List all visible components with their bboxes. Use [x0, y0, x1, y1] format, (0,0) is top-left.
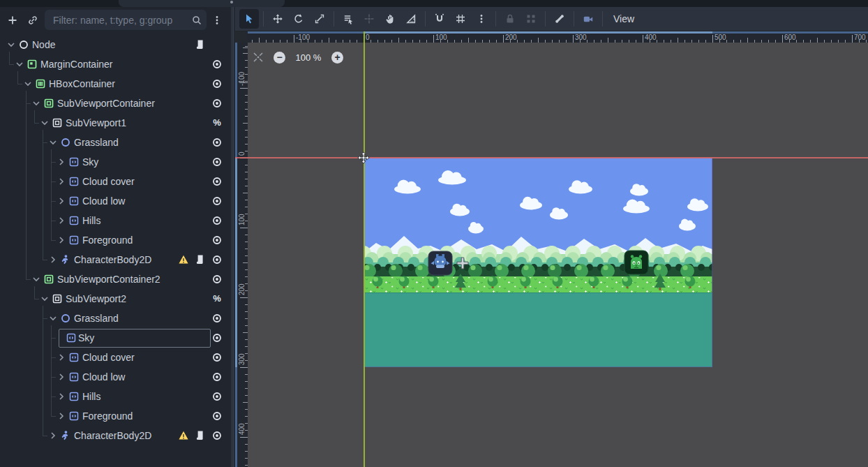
tree-row-grassland[interactable]: Grassland	[0, 309, 230, 328]
tree-row-hills[interactable]: Hills	[0, 211, 230, 230]
ruler-tool[interactable]	[401, 9, 421, 29]
node-position-gizmo[interactable]	[456, 257, 469, 269]
expand-arrow-icon[interactable]	[56, 391, 67, 402]
dock-splitter[interactable]	[230, 7, 235, 467]
tree-row-sky[interactable]: Sky	[0, 328, 230, 348]
expand-arrow-icon[interactable]	[56, 156, 67, 168]
scale-tool[interactable]	[310, 9, 329, 29]
collapse-arrow-icon[interactable]	[47, 137, 59, 148]
zoom-out-button[interactable]: −	[274, 52, 285, 64]
filter-input[interactable]	[45, 15, 191, 26]
visibility-eye-icon[interactable]	[211, 430, 223, 441]
horizontal-ruler[interactable]: -1000100200300400500600700	[248, 31, 868, 43]
tree-row-margincontainer[interactable]: MarginContainer	[0, 54, 230, 74]
tree-row-cloud-cover[interactable]: Cloud cover	[0, 172, 230, 191]
skeleton-menu[interactable]	[550, 9, 569, 29]
tree-menu-button[interactable]	[209, 11, 225, 29]
visibility-eye-icon[interactable]	[211, 195, 223, 207]
smart-snap-toggle[interactable]	[430, 9, 449, 29]
zoom-level[interactable]: 100 %	[285, 52, 331, 63]
expand-arrow-icon[interactable]	[56, 235, 67, 246]
camera-override-button[interactable]	[578, 9, 598, 29]
center-view-icon[interactable]	[253, 52, 264, 63]
collapse-arrow-icon[interactable]	[39, 117, 50, 128]
tree-row-cloud-low[interactable]: Cloud low	[0, 367, 230, 387]
collapse-arrow-icon[interactable]	[39, 293, 50, 304]
tree-row-foreground[interactable]: Foreground	[0, 406, 230, 426]
expand-arrow-icon[interactable]	[56, 371, 67, 383]
expand-arrow-icon[interactable]	[56, 410, 67, 422]
expand-arrow-icon[interactable]	[56, 352, 67, 363]
ruler-corner	[235, 31, 248, 43]
select-tool[interactable]	[239, 9, 259, 29]
visibility-eye-icon[interactable]	[211, 98, 223, 109]
vertical-ruler[interactable]: -1000100200300400	[235, 43, 248, 467]
tree-row-subviewport1[interactable]: SubViewport1%	[0, 113, 230, 133]
node-name-label: SubViewportContainer	[57, 94, 155, 113]
rotate-tool[interactable]	[289, 9, 308, 29]
parallax-icon	[68, 391, 80, 402]
visibility-eye-icon[interactable]	[211, 391, 223, 402]
zoom-in-button[interactable]: +	[331, 52, 343, 64]
filter-field[interactable]	[45, 10, 207, 30]
collapse-arrow-icon[interactable]	[31, 274, 42, 285]
visibility-eye-icon[interactable]	[211, 235, 223, 246]
visibility-eye-icon[interactable]	[211, 410, 223, 422]
tree-row-sky[interactable]: Sky	[0, 152, 230, 172]
visibility-eye-icon[interactable]	[211, 274, 223, 285]
expand-arrow-icon[interactable]	[56, 215, 67, 226]
collapse-arrow-icon[interactable]	[22, 78, 33, 89]
view-menu[interactable]: View	[606, 9, 641, 29]
visibility-eye-icon[interactable]	[211, 156, 223, 168]
collapse-arrow-icon[interactable]	[47, 313, 59, 324]
script-icon[interactable]	[195, 39, 206, 50]
expand-arrow-icon[interactable]	[56, 195, 67, 207]
2d-viewport-canvas[interactable]: − 100 % +	[248, 43, 868, 467]
tree-row-characterbody2d[interactable]: CharacterBody2D	[0, 426, 230, 445]
collapse-arrow-icon[interactable]	[31, 98, 42, 109]
expand-arrow-icon[interactable]	[47, 430, 59, 441]
warning-icon[interactable]	[178, 254, 189, 265]
warning-icon[interactable]	[178, 430, 189, 441]
collapse-arrow-icon[interactable]	[6, 39, 17, 50]
visibility-eye-icon[interactable]	[211, 352, 223, 363]
expand-arrow-icon[interactable]	[56, 176, 67, 187]
pan-tool[interactable]	[380, 9, 400, 29]
unique-name-percent-badge[interactable]: %	[211, 293, 223, 304]
tree-row-foreground[interactable]: Foreground	[0, 230, 230, 250]
move-tool[interactable]	[268, 9, 287, 29]
list-select-tool[interactable]	[338, 9, 358, 29]
collapse-arrow-icon[interactable]	[14, 59, 25, 70]
visibility-eye-icon[interactable]	[211, 215, 223, 226]
visibility-eye-icon[interactable]	[211, 78, 223, 89]
tree-row-characterbody2d[interactable]: CharacterBody2D	[0, 250, 230, 269]
pivot-tool[interactable]	[359, 9, 379, 29]
tree-row-hboxcontainer[interactable]: HBoxContainer	[0, 74, 230, 94]
add-node-button[interactable]	[3, 11, 22, 29]
tree-row-grassland[interactable]: Grassland	[0, 133, 230, 152]
tree-row-node[interactable]: Node	[0, 35, 230, 54]
script-icon[interactable]	[195, 430, 206, 441]
lock-button[interactable]	[500, 9, 520, 29]
tree-row-subviewport2[interactable]: SubViewport2%	[0, 289, 230, 309]
visibility-eye-icon[interactable]	[211, 371, 223, 383]
visibility-eye-icon[interactable]	[211, 59, 223, 70]
group-button[interactable]	[521, 9, 541, 29]
tree-row-subviewportcontainer[interactable]: SubViewportContainer	[0, 94, 230, 113]
tree-row-cloud-low[interactable]: Cloud low	[0, 191, 230, 211]
snap-options-menu[interactable]	[472, 9, 491, 29]
unique-name-percent-badge[interactable]: %	[211, 117, 223, 128]
visibility-eye-icon[interactable]	[211, 332, 223, 343]
rename-input[interactable]: Sky	[59, 329, 211, 348]
script-icon[interactable]	[195, 254, 206, 265]
grid-snap-toggle[interactable]	[451, 9, 470, 29]
visibility-eye-icon[interactable]	[211, 176, 223, 187]
instance-scene-button[interactable]	[24, 11, 42, 29]
tree-row-hills[interactable]: Hills	[0, 387, 230, 406]
visibility-eye-icon[interactable]	[211, 137, 223, 148]
expand-arrow-icon[interactable]	[47, 254, 59, 265]
visibility-eye-icon[interactable]	[211, 313, 223, 324]
tree-row-cloud-cover[interactable]: Cloud cover	[0, 348, 230, 367]
tree-row-subviewportcontainer2[interactable]: SubViewportContainer2	[0, 269, 230, 289]
visibility-eye-icon[interactable]	[211, 254, 223, 265]
